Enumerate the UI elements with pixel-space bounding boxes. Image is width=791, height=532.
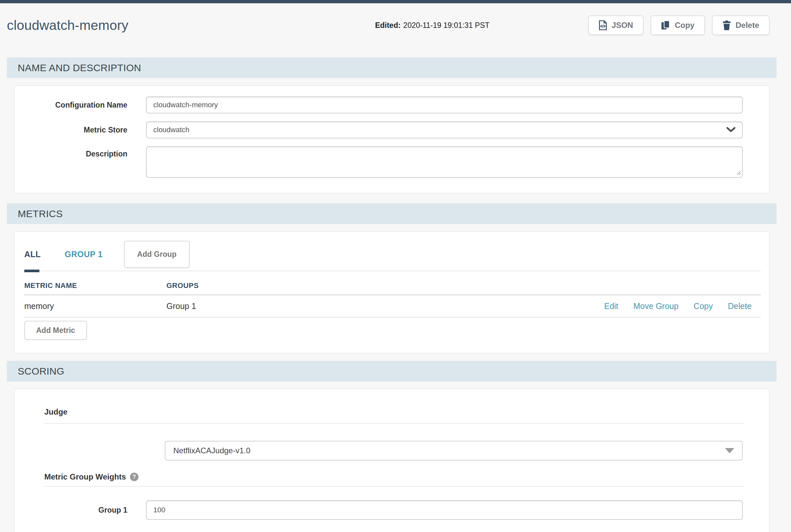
json-button[interactable]: JSON [588, 15, 644, 35]
chevron-down-icon [726, 127, 736, 133]
active-tab-indicator [24, 270, 39, 272]
column-header-metric-name: METRIC NAME [24, 281, 166, 290]
configuration-name-label: Configuration Name [15, 101, 146, 110]
header-actions: JSON Copy Delete [588, 15, 770, 35]
judge-label: Judge [44, 407, 769, 417]
group-1-weight-input[interactable] [146, 500, 743, 520]
section-heading-text: NAME AND DESCRIPTION [18, 62, 141, 74]
section-heading-text: SCORING [18, 366, 64, 377]
configuration-name-row: Configuration Name [15, 96, 769, 113]
metric-row-actions: Edit Move Group Copy Delete [604, 301, 752, 311]
delete-button[interactable]: Delete [712, 15, 770, 35]
tab-all[interactable]: ALL [24, 250, 41, 259]
section-header-scoring: SCORING [7, 361, 776, 381]
judge-select-row: NetflixACAJudge-v1.0 [165, 441, 743, 460]
metrics-table-header: METRIC NAME GROUPS [24, 272, 761, 295]
metric-row-memory: memory Group 1 Edit Move Group Copy Dele… [24, 295, 761, 318]
delete-button-label: Delete [736, 21, 759, 30]
edited-value: 2020-11-19 19:01:31 PST [403, 21, 490, 30]
metric-group-weights-text: Metric Group Weights [44, 472, 126, 481]
description-label: Description [15, 150, 146, 158]
section-heading-text: METRICS [18, 208, 63, 220]
column-header-groups: GROUPS [166, 281, 199, 290]
edited-label: Edited: [375, 21, 401, 30]
page-title: cloudwatch-memory [7, 18, 375, 33]
metric-store-label: Metric Store [15, 126, 146, 134]
canary-config-page: cloudwatch-memory Edited:2020-11-19 19:0… [0, 0, 791, 532]
configuration-name-input[interactable] [146, 96, 743, 113]
metric-groups-cell: Group 1 [166, 301, 604, 311]
metric-store-row: Metric Store cloudwatch [15, 121, 769, 138]
top-accent-bar [0, 0, 791, 3]
metric-name-cell: memory [24, 301, 166, 311]
tab-rule-line [24, 271, 761, 271]
judge-select[interactable]: NetflixACAJudge-v1.0 [165, 441, 743, 460]
weights-divider [44, 486, 744, 487]
add-group-button[interactable]: Add Group [124, 241, 190, 268]
metric-delete-link[interactable]: Delete [728, 301, 752, 311]
description-textarea-wrap [146, 146, 743, 178]
description-row: Description [15, 146, 769, 178]
edited-timestamp: Edited:2020-11-19 19:01:31 PST [375, 21, 490, 30]
help-icon[interactable]: ? [130, 473, 139, 481]
scoring-card: Judge NetflixACAJudge-v1.0 Metric Group … [14, 389, 770, 532]
tab-underline [24, 270, 761, 272]
metric-group-weights-label: Metric Group Weights ? [44, 472, 769, 481]
metrics-card: ALL GROUP 1 Add Group METRIC NAME GROUPS… [14, 231, 770, 354]
tab-group-1[interactable]: GROUP 1 [65, 250, 103, 259]
metric-store-select[interactable]: cloudwatch [146, 121, 743, 138]
metric-store-value: cloudwatch [153, 126, 726, 134]
page-header: cloudwatch-memory Edited:2020-11-19 19:0… [0, 3, 791, 43]
copy-button-label: Copy [675, 21, 695, 30]
metric-copy-link[interactable]: Copy [694, 301, 713, 311]
resize-handle-icon[interactable] [736, 170, 741, 175]
judge-divider [44, 423, 744, 424]
caret-down-icon [725, 448, 734, 453]
name-description-card: Configuration Name Metric Store cloudwat… [14, 85, 770, 193]
copy-icon [661, 20, 670, 30]
add-metric-button[interactable]: Add Metric [24, 321, 87, 340]
group-1-weight-row: Group 1 [15, 500, 769, 520]
json-button-label: JSON [612, 21, 633, 30]
section-header-metrics: METRICS [7, 203, 776, 224]
description-textarea[interactable] [146, 146, 743, 178]
trash-icon [722, 20, 731, 30]
section-header-name-description: NAME AND DESCRIPTION [7, 57, 776, 78]
metric-group-tabs: ALL GROUP 1 Add Group [24, 241, 761, 268]
copy-button[interactable]: Copy [650, 15, 705, 35]
metric-edit-link[interactable]: Edit [604, 301, 618, 311]
judge-select-value: NetflixACAJudge-v1.0 [173, 446, 725, 455]
group-1-weight-label: Group 1 [15, 506, 146, 515]
metric-move-group-link[interactable]: Move Group [633, 301, 679, 311]
json-file-icon [599, 20, 607, 30]
